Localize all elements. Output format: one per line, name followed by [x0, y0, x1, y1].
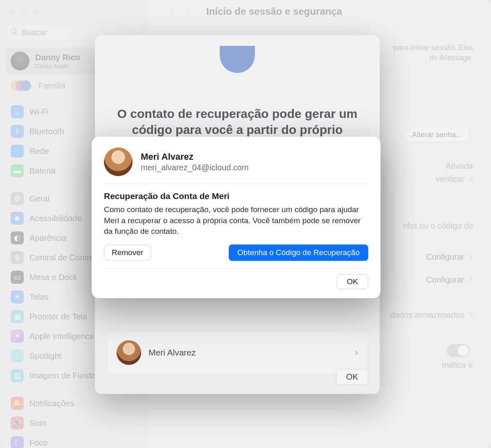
- avatar: [104, 147, 133, 176]
- sheet-ok-button[interactable]: OK: [336, 369, 368, 385]
- settings-window: Danny Rico Conta Apple Família ⌵Wi-Fi ᛒB…: [0, 0, 491, 448]
- dialog-contact-name: Meri Alvarez: [141, 152, 249, 162]
- contact-name: Meri Alvarez: [149, 348, 348, 357]
- get-recovery-code-button[interactable]: Obtenha o Código de Recuperação: [229, 244, 368, 261]
- shield-icon: [220, 46, 255, 73]
- dialog-description: Como contato de recuperação, você pode f…: [104, 204, 368, 237]
- chevron-right-icon: ›: [355, 347, 358, 358]
- dialog-title: Recuperação da Conta de Meri: [104, 191, 368, 201]
- dialog-contact-email: meri_alvarez_04@icloud.com: [141, 163, 249, 172]
- recovery-contact-row[interactable]: Meri Alvarez ›: [106, 331, 368, 374]
- recovery-dialog: Meri Alvarez meri_alvarez_04@icloud.com …: [92, 137, 381, 298]
- dialog-header: Meri Alvarez meri_alvarez_04@icloud.com: [104, 147, 368, 184]
- dialog-ok-button[interactable]: OK: [337, 274, 368, 289]
- remove-button[interactable]: Remover: [104, 245, 151, 260]
- avatar: [117, 340, 141, 365]
